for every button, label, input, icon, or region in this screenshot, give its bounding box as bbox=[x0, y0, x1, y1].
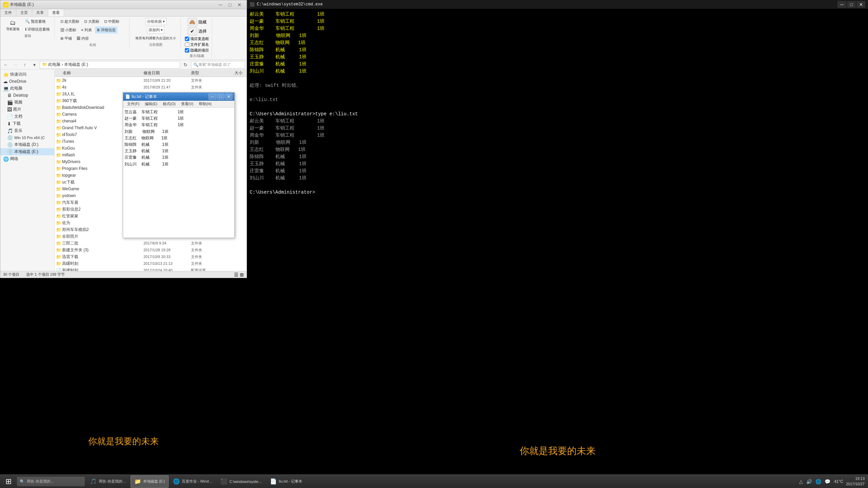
preview-pane-btn[interactable]: 🔍 预览窗格 bbox=[23, 18, 52, 25]
taskbar-search[interactable]: 🔍 周告-你是我的… bbox=[17, 477, 85, 486]
taskbar-item-notepad[interactable]: 📄 liu.txt - 记事本 bbox=[266, 475, 306, 488]
col-header-type[interactable]: 类型 bbox=[191, 70, 218, 76]
file-row[interactable]: 📁 2k 2017/10/9 21:20 文件夹 bbox=[55, 77, 247, 84]
cmd-taskbar-icon: ⬛ bbox=[220, 478, 227, 485]
tray-message-icon[interactable]: 💬 bbox=[824, 479, 831, 484]
taskbar-item-cmd[interactable]: ⬛ C:\windows\syste… bbox=[217, 475, 266, 488]
nav-item-onedrive[interactable]: ☁ OneDrive bbox=[0, 78, 54, 85]
checkbox-hidden-label[interactable]: 隐藏的项目 bbox=[185, 48, 209, 53]
notepad-menu-edit[interactable]: 编辑(E) bbox=[142, 101, 160, 107]
icon-view-btn[interactable]: ⊞ bbox=[240, 272, 244, 277]
nav-item-downloads[interactable]: ⬇ 下载 bbox=[0, 120, 54, 127]
nav-item-documents[interactable]: 📄 文档 bbox=[0, 113, 54, 120]
notepad-menu-view[interactable]: 查看(V) bbox=[178, 101, 196, 107]
ribbon-tab-view[interactable]: 查看 bbox=[48, 9, 64, 16]
cmd-minimize-btn[interactable]: ─ bbox=[837, 1, 846, 8]
detail-view-btn[interactable]: ☰ bbox=[234, 272, 238, 277]
col-header-date[interactable]: 修改日期 bbox=[143, 70, 191, 76]
large-icon-btn[interactable]: ⊡ 大图标 bbox=[82, 18, 101, 25]
file-row[interactable]: 📁 新建文件夹 (3) 2017/1/28 19:28 文件夹 bbox=[55, 247, 247, 253]
file-icon: 📁 bbox=[56, 227, 62, 232]
col-header-size[interactable]: 大小 bbox=[218, 70, 245, 76]
group-by-dropdown[interactable]: 分组依据 ▾ bbox=[145, 18, 167, 25]
ribbon-tab-file[interactable]: 文件 bbox=[0, 9, 16, 16]
nav-item-this-pc[interactable]: 💻 此电脑 bbox=[0, 85, 54, 92]
file-icon: 📁 bbox=[56, 241, 62, 246]
nav-item-e-drive[interactable]: 💿 本地磁盘 (E:) bbox=[0, 148, 54, 155]
forward-button[interactable]: → bbox=[11, 61, 19, 69]
taskbar-clock[interactable]: 19:13 2017/10/27 bbox=[846, 476, 865, 487]
notepad-menu-help[interactable]: 帮助(H) bbox=[196, 101, 214, 107]
cmd-maximize-btn[interactable]: □ bbox=[847, 1, 856, 8]
notepad-content[interactable]: 范云嘉 车销工程 1班 赵一豪 车销工程 1班 周金华 车销工程 1班 刘新 物… bbox=[123, 108, 234, 238]
detail-pane-btn[interactable]: ℹ 详细信息窗格 bbox=[23, 26, 52, 33]
up-button[interactable]: ↑ bbox=[21, 61, 29, 69]
notepad-title-icon: 📄 bbox=[125, 94, 130, 99]
nav-pane-btn[interactable]: 🗂 导航窗格 bbox=[4, 18, 22, 33]
file-row[interactable]: 📁 高曙时刻 2017/10/13 21:13 文件夹 bbox=[55, 260, 247, 267]
list-btn[interactable]: ≡ 列表 bbox=[79, 26, 93, 34]
nav-item-pictures[interactable]: 🖼 图片 bbox=[0, 106, 54, 113]
file-date: 2017/6/9 9:34 bbox=[143, 241, 191, 245]
start-icon: ⊞ bbox=[5, 477, 12, 486]
cmd-line: 庄雷豫 机械 1班 bbox=[250, 168, 865, 175]
auto-fit-columns-btn[interactable]: 将所有列调整为合适的大小 bbox=[134, 35, 178, 42]
notepad-title-text: liu.txt - 记事本 bbox=[132, 94, 157, 100]
nav-item-d-drive[interactable]: 💿 本地磁盘 (D:) bbox=[0, 141, 54, 148]
notepad-maximize-btn[interactable]: □ bbox=[217, 94, 224, 100]
content-btn[interactable]: ☰ 内容 bbox=[75, 35, 91, 42]
hide-selected-btn[interactable]: 🙈 隐藏 bbox=[188, 18, 207, 26]
nav-item-music[interactable]: 🎵 音乐 bbox=[0, 127, 54, 134]
tile-btn[interactable]: ⊞ 平铺 bbox=[59, 35, 74, 42]
nav-item-network[interactable]: 🌐 网络 bbox=[0, 155, 54, 162]
tray-network-icon[interactable]: 🌐 bbox=[814, 479, 822, 484]
search-box[interactable]: 🔍 搜索"本地磁盘 (E:)" bbox=[191, 61, 245, 69]
cmd-line: 周金华 车销工程 1班 bbox=[250, 25, 865, 32]
checkbox-item-label[interactable]: 项目复选框 bbox=[185, 36, 209, 41]
small-icon-btn[interactable]: ▦ 小图标 bbox=[59, 26, 78, 34]
checkbox-ext-label[interactable]: 文件扩展名 bbox=[185, 42, 209, 47]
path-text: 📁 此电脑 › 本地磁盘 (E:) bbox=[42, 62, 88, 67]
close-button[interactable]: ✕ bbox=[235, 1, 244, 9]
taskbar-item-browser[interactable]: 🌐 百度作业 - Wind… bbox=[169, 475, 216, 488]
recent-locations-button[interactable]: ▾ bbox=[30, 61, 38, 69]
file-row[interactable]: 📁 4s 2017/8/29 21:47 文件夹 bbox=[55, 84, 247, 91]
notepad-close-btn[interactable]: ✕ bbox=[225, 94, 232, 100]
address-path[interactable]: 📁 此电脑 › 本地磁盘 (E:) bbox=[40, 61, 180, 69]
nav-item-c-drive[interactable]: 💿 Win 10 Pro x64 (C bbox=[0, 134, 54, 141]
back-button[interactable]: ← bbox=[2, 61, 10, 69]
file-row[interactable]: 📄 新建时刻 2017/10/24 20:40 配置设置 bbox=[55, 267, 247, 271]
maximize-button[interactable]: □ bbox=[226, 1, 234, 9]
taskbar-item-explorer[interactable]: 📁 本地磁盘 (E:) bbox=[131, 475, 169, 488]
ribbon-group-panes: 🗂 导航窗格 🔍 预览窗格 ℹ 详细信息窗格 窗格 bbox=[2, 18, 55, 38]
temperature: 41°C bbox=[834, 479, 843, 484]
notepad-minimize-btn[interactable]: ─ bbox=[209, 94, 216, 100]
ribbon-tab-share[interactable]: 共享 bbox=[32, 9, 48, 16]
notepad-menu-format[interactable]: 格式(O) bbox=[160, 101, 178, 107]
refresh-button[interactable]: ↻ bbox=[181, 61, 190, 69]
ribbon-tab-home[interactable]: 主页 bbox=[16, 9, 32, 16]
select-btn[interactable]: ✔ 选择 bbox=[188, 27, 207, 35]
nav-item-desktop[interactable]: 🖥 Desktop bbox=[0, 92, 54, 99]
detail-btn[interactable]: ≣ 详细信息 bbox=[95, 26, 117, 34]
start-button[interactable]: ⊞ bbox=[0, 475, 17, 488]
cmd-close-btn[interactable]: ✕ bbox=[856, 1, 865, 8]
taskbar-item-music[interactable]: 🎵 周告-你是我的… bbox=[86, 475, 130, 488]
taskbar-item-music-label: 周告-你是我的… bbox=[99, 479, 126, 484]
xlarge-icon-btn[interactable]: ⊡ 超大图标 bbox=[59, 18, 81, 25]
nav-item-quick-access[interactable]: ⭐ 快速访问 bbox=[0, 71, 54, 78]
medium-icon-btn[interactable]: ⊡ 中图标 bbox=[102, 18, 121, 25]
taskbar-right: △ 🔊 🌐 💬 41°C 19:13 2017/10/27 bbox=[798, 476, 868, 487]
cmd-line bbox=[250, 103, 865, 111]
col-header-name[interactable]: 名称 bbox=[56, 70, 143, 76]
notepad-menu-file[interactable]: 文件(F) bbox=[124, 101, 142, 107]
tray-arrow-icon[interactable]: △ bbox=[798, 479, 804, 484]
file-icon: 📁 bbox=[56, 132, 62, 137]
file-row[interactable]: 📁 三郎二批 2017/6/9 9:34 文件夹 bbox=[55, 240, 247, 247]
file-row[interactable]: 📁 迅雷下载 2017/10/9 20:33 文件夹 bbox=[55, 253, 247, 260]
minimize-button[interactable]: ─ bbox=[216, 1, 225, 9]
tray-volume-icon[interactable]: 🔊 bbox=[805, 479, 813, 484]
add-column-dropdown[interactable]: 添加列 ▾ bbox=[147, 26, 165, 34]
nav-item-video[interactable]: 🎬 视频 bbox=[0, 99, 54, 106]
file-date: 2017/10/9 20:33 bbox=[143, 255, 191, 259]
